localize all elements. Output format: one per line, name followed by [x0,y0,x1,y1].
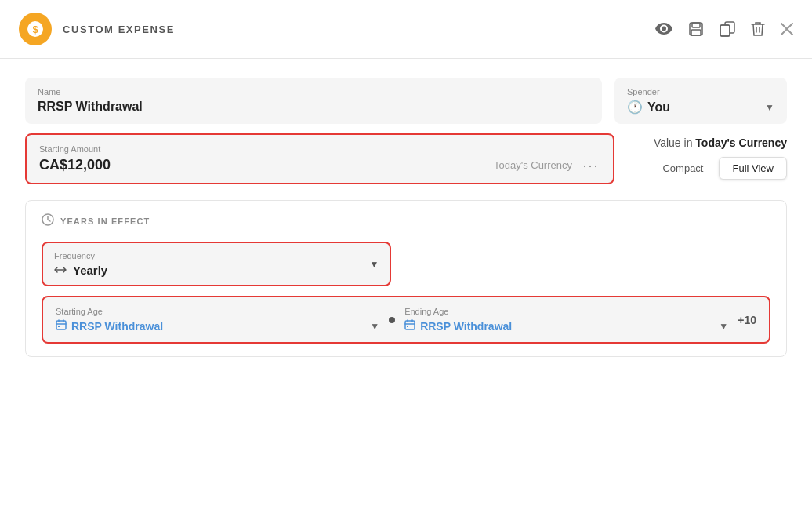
age-divider [389,317,395,323]
starting-age-label: Starting Age [56,307,379,316]
age-row: Starting Age RRSP Withdrawal ▼ [42,296,770,344]
amount-value: CA$12,000 [39,157,111,173]
ending-age-text: RRSP Withdrawal [420,320,512,333]
starting-amount-left: CA$12,000 [39,157,111,173]
currency-tag: Today's Currency [494,159,572,171]
more-options-icon[interactable]: ⋮ [582,158,600,173]
years-header: YEARS IN EFFECT [42,213,770,229]
starting-age-dropdown-arrow[interactable]: ▼ [370,321,379,332]
spender-inner: 🕐 You ▼ [627,100,774,115]
svg-rect-9 [405,321,415,329]
header-actions [655,21,793,37]
starting-age-icon [56,319,67,333]
starting-amount-field: Starting Amount CA$12,000 Today's Curren… [25,133,614,184]
spender-text: You [647,100,670,115]
save-icon[interactable] [688,21,704,37]
frequency-value: Yearly [54,264,107,277]
starting-age-value: RRSP Withdrawal ▼ [56,319,379,333]
frequency-dropdown-arrow: ▼ [370,259,379,270]
currency-info-text: Value in Today's Currency [654,136,787,149]
starting-amount-label: Starting Amount [39,144,600,154]
header: $ CUSTOM EXPENSE [0,0,812,59]
svg-rect-8 [58,326,60,327]
amount-currency-row: Starting Amount CA$12,000 Today's Curren… [25,133,787,184]
spender-emoji: 🕐 [627,100,643,115]
spender-value: 🕐 You [627,100,670,115]
currency-bold: Today's Currency [695,136,787,149]
svg-rect-7 [56,321,66,329]
ending-age-left: RRSP Withdrawal [404,319,512,333]
frequency-label: Frequency [54,251,107,260]
svg-rect-10 [407,326,408,327]
plus-badge: +10 [738,314,756,326]
currency-prefix: Value in [654,136,695,149]
spender-field[interactable]: Spender 🕐 You ▼ [614,78,787,124]
frequency-text: Yearly [73,264,107,277]
content: Name RRSP Withdrawal Spender 🕐 You ▼ Sta… [0,59,812,376]
years-section: YEARS IN EFFECT Frequency Yearly ▼ [25,200,787,357]
copy-icon[interactable] [720,21,735,37]
name-field: Name RRSP Withdrawal [25,78,602,124]
name-label: Name [38,87,589,96]
app-logo: $ [19,13,52,45]
full-view-button[interactable]: Full View [719,157,787,180]
svg-rect-4 [720,25,730,36]
spender-label: Spender [627,87,774,96]
logo-inner: $ [27,21,43,37]
starting-age-field: Starting Age RRSP Withdrawal ▼ [56,307,379,333]
dollar-sign: $ [32,24,38,35]
frequency-field[interactable]: Frequency Yearly ▼ [42,242,391,286]
frequency-icon [54,264,67,277]
starting-amount-inner: CA$12,000 Today's Currency ⋮ [39,157,600,173]
close-icon[interactable] [781,23,793,35]
compact-button[interactable]: Compact [650,157,716,180]
svg-rect-2 [691,30,701,35]
page-title: CUSTOM EXPENSE [63,24,655,35]
starting-age-left: RRSP Withdrawal [56,319,163,333]
ending-age-label: Ending Age [404,307,728,316]
starting-age-text: RRSP Withdrawal [71,320,163,333]
svg-rect-1 [692,23,700,27]
ending-age-field: Ending Age RRSP Withdrawal ▼ [404,307,728,333]
ending-age-dropdown-arrow[interactable]: ▼ [719,321,728,332]
currency-info: Value in Today's Currency Compact Full V… [630,133,787,180]
name-spender-row: Name RRSP Withdrawal Spender 🕐 You ▼ [25,78,787,124]
view-toggle: Compact Full View [650,157,787,180]
ending-age-value: RRSP Withdrawal ▼ [404,319,728,333]
frequency-inner: Frequency Yearly [54,251,107,277]
delete-icon[interactable] [751,21,765,37]
years-title: YEARS IN EFFECT [60,216,150,226]
spender-dropdown-arrow[interactable]: ▼ [765,102,774,113]
clock-icon [42,213,54,229]
ending-age-icon [404,319,415,333]
name-value: RRSP Withdrawal [38,100,589,114]
eye-icon[interactable] [655,23,672,35]
